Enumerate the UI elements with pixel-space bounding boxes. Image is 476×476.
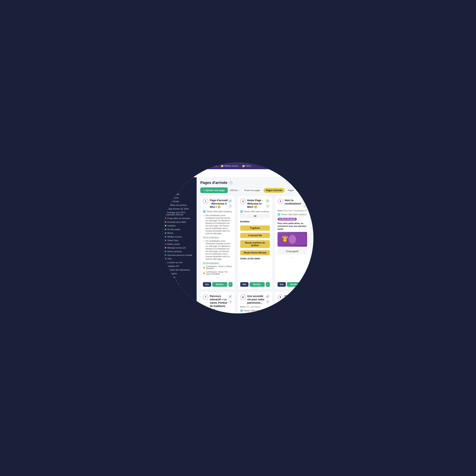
card-3-link-icon[interactable]: 🔗: [303, 199, 307, 203]
card-8-number: 8: [240, 294, 246, 300]
browser-tab-doc[interactable]: 📁 Document en cours: [179, 164, 204, 168]
card-3: 3 Voici la combinaison! 🔗 ↗ Notes: Key C…: [275, 196, 310, 289]
sidebar-help-icon[interactable]: ?: [165, 185, 168, 188]
sidebar-item-0[interactable]: n: [163, 188, 197, 192]
sidebar-item-2[interactable]: pour Aventuria: [163, 196, 197, 200]
card-9-theme: 🌐 Thème: MSJ (with numbers): [278, 309, 307, 312]
card-3-external-icon[interactable]: ↗: [303, 204, 307, 208]
sidebar-item-28[interactable]: llateau: [163, 294, 197, 297]
card-9-external-icon[interactable]: ↗: [303, 300, 307, 304]
sidebar-item-16[interactable]: Démo camping: [163, 250, 197, 253]
card-3-more[interactable]: • • •: [278, 257, 307, 259]
sidebar-item-4[interactable]: EMO Bidon de peinture: [163, 203, 197, 207]
card-9-header: 9 ERNEST LAPOINTE 🔗 ↗: [278, 294, 307, 304]
card-7-title: Parcours interactif « Le canot, Porteur …: [210, 294, 228, 311]
filter-tab-pages[interactable]: Pages: [285, 188, 296, 193]
card-9-num-title: 9 ERNEST LAPOINTE: [278, 294, 303, 301]
sidebar-pages-button[interactable]: les pages: [165, 180, 177, 183]
sidebar-item-24[interactable]: ière-du-Loup: [163, 279, 197, 283]
card-7-link-icon[interactable]: 🔗: [228, 294, 233, 299]
sidebar-item-12[interactable]: Médias sociaux: [163, 235, 197, 238]
sidebar-item-14[interactable]: Estée Lauder: [163, 242, 197, 246]
card-1-voir-button[interactable]: Voir: [203, 282, 211, 287]
card-2-link-icon[interactable]: 🔗: [265, 199, 270, 203]
card-2-actions: Voir Modifier ▾: [240, 280, 270, 287]
sidebar-item-17[interactable]: Nouveau parcours muséal: [163, 253, 197, 257]
card-1-more[interactable]: • • •: [203, 277, 233, 279]
add-page-button[interactable]: + Ajouter une page: [200, 187, 228, 193]
sidebar-item-23[interactable]: Monteregie: [163, 275, 197, 279]
card-1-info1: ⓘ Une réinitialisation d'une combinaison…: [203, 214, 233, 235]
browser-tab-social[interactable]: 📁 Médias sociaux: [219, 164, 240, 168]
sidebar-item-3[interactable]: o Cirque Éclats: [163, 200, 197, 203]
card-1-modifier-button[interactable]: Modifier: [212, 282, 227, 287]
filter-tab-arrival[interactable]: Pages d'arrivée: [264, 188, 285, 193]
card-1-link-icon[interactable]: 🔗: [228, 199, 233, 203]
card-2-more[interactable]: • • •: [240, 262, 270, 264]
card-2-theme: 🌐 Thème: MSJ (with numbers): [240, 210, 270, 213]
card-3-tag: La Reine Élisabeth: [278, 218, 297, 221]
sidebar-item-7[interactable]: Projet office de tourisme: [163, 217, 197, 220]
card-1-link1[interactable]: Voir la combinaison: [203, 236, 233, 238]
browser-tab-demo[interactable]: 📁 Démo: [240, 164, 253, 168]
card-9: 9 ERNEST LAPOINTE 🔗 ↗ Notes: FR - mmq 🌐: [275, 292, 310, 313]
sidebar-item-15[interactable]: Ménage bureau QC: [163, 246, 197, 250]
sidebar-item-22[interactable]: La Courgerie: [163, 272, 197, 275]
card-2-voir-button[interactable]: Voir: [240, 282, 249, 287]
filter-tab-all[interactable]: Toutes les pages: [241, 188, 263, 193]
card-9-link-icon[interactable]: 🔗: [303, 294, 307, 299]
card-2-modifier-button[interactable]: Modifier: [250, 282, 265, 287]
card-7-icons: 🔗 ↗: [228, 294, 233, 304]
sidebar: les pages ? n avec Lock page pour Aventu…: [163, 177, 197, 313]
card-8-icons: 🔗 ↗: [265, 294, 270, 304]
card-3-caret-button[interactable]: ▾: [303, 282, 307, 287]
card-3-actions: Voir Modifier ▾: [278, 280, 307, 287]
sidebar-item-6[interactable]: Vernissage Juin 2023 - Destination Renne…: [163, 211, 197, 217]
sidebar-item-18[interactable]: TEO: [163, 257, 197, 261]
sidebar-item-25[interactable]: g de Pabos QC: [163, 283, 197, 286]
sidebar-item-8[interactable]: Exemple pour Hôtel: [163, 220, 197, 224]
card-1-external-icon[interactable]: ↗: [228, 204, 233, 208]
card-7-number: 7: [203, 294, 208, 300]
sidebar-item-19[interactable]: Lumière sur l'art: [163, 261, 197, 264]
card-1-lock2: 🔒 Combinaison - Reset: The Queen Elizabe…: [203, 271, 233, 275]
card-7-notes: Notes: Musée Huron-Wendat FR: [203, 313, 233, 314]
sidebar-item-13[interactable]: Sisley Paris: [163, 238, 197, 242]
app-header: smartJourney: [163, 169, 313, 177]
card-1-lock1: 🔒 Combinaison - Reset: La Reine Élisabet…: [203, 265, 233, 270]
browser-tab-mail[interactable]: ✉️ arit Mail: [165, 164, 179, 168]
card-3-modifier-button[interactable]: Modifier: [287, 282, 302, 287]
card-2-btn-huron[interactable]: Musée Huron-Wendat: [240, 250, 270, 255]
svg-text:👸: 👸: [281, 235, 289, 242]
sidebar-item-9[interactable]: Infolettre: [163, 224, 197, 227]
card-8-title: Une seconde vie pour notre patrimoine...: [247, 294, 265, 305]
card-7-external-icon[interactable]: ↗: [228, 300, 233, 304]
sidebar-item-10[interactable]: Ilot des palais: [163, 227, 197, 231]
sidebar-item-5[interactable]: Ménage Bureau QC ENG: [163, 207, 197, 211]
card-1-caret-button[interactable]: ▾: [228, 282, 233, 287]
sidebar-item-21[interactable]: Quartier des Spectacles: [163, 268, 197, 272]
card-2-caret-button[interactable]: ▾: [266, 282, 270, 287]
sidebar-item-11[interactable]: BKind: [163, 231, 197, 235]
card-2-external-icon[interactable]: ↗: [265, 204, 270, 208]
sidebar-item-27[interactable]: ur l'art: [163, 290, 197, 294]
card-7-header: 7 Parcours interactif « Le canot, Porteu…: [203, 294, 233, 311]
sidebar-item-26[interactable]: Huron-Wendat: [163, 286, 197, 290]
card-1-link2[interactable]: Voir la combinaison: [203, 262, 233, 264]
card-8-external-icon[interactable]: ↗: [265, 300, 270, 304]
card-2-btn-fugitives[interactable]: Fugitives: [240, 225, 270, 231]
page-info-icon[interactable]: ⓘ: [229, 181, 233, 185]
card-8-theme: 🌐 Thème: MSJ (with numbers): [240, 309, 270, 312]
card-1-title: Page d'accueil - Bienvenue à MSJ ! 😊: [210, 199, 228, 209]
card-1-num-title: 1 Page d'accueil - Bienvenue à MSJ ! 😊: [203, 199, 228, 209]
card-2-btn-secondlife[interactable]: A second life: [240, 233, 270, 238]
card-2-btn-maritime[interactable]: Musée maritime du Québec: [240, 240, 270, 248]
sidebar-item-1[interactable]: avec Lock page: [163, 192, 197, 196]
card-8-link-icon[interactable]: 🔗: [265, 294, 270, 299]
browser-tab-site[interactable]: 📁 Site web: [204, 164, 219, 168]
card-3-voir-button[interactable]: Voir: [278, 282, 286, 287]
card-2-title: Home Page - Welcome to MSJ! 😊: [247, 199, 265, 209]
card-3-cest-parti: C'est parti!: [278, 248, 307, 255]
card-1-number: 1: [203, 199, 208, 204]
sidebar-item-20[interactable]: Château d'If: [163, 264, 197, 268]
